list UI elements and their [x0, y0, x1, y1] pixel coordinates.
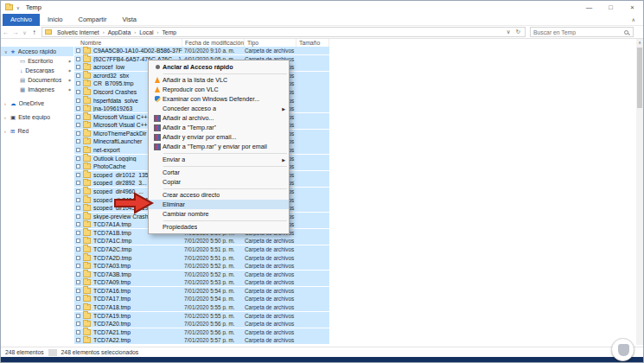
file-row[interactable]: TCD7A18.tmp7/01/2020 5:55 p. m.Carpeta d…	[74, 303, 329, 311]
file-row[interactable]: TCD7A09.tmp7/01/2020 5:53 p. m.Carpeta d…	[74, 278, 329, 286]
row-checkbox[interactable]	[76, 148, 80, 152]
row-checkbox[interactable]	[76, 272, 80, 277]
row-checkbox[interactable]	[76, 123, 80, 127]
context-menu-item-crear-acceso-directo[interactable]: Crear acceso directo	[149, 190, 289, 200]
row-checkbox[interactable]	[76, 247, 80, 252]
column-header-tamano[interactable]: Tamaño	[296, 39, 329, 47]
row-checkbox[interactable]	[76, 198, 80, 202]
context-menu-item-anadir-a-temp-rar-y-enviar-por-email[interactable]: Añadir a "Temp.rar" y enviar por email	[149, 142, 289, 151]
file-row[interactable]: TCD7A20.tmp7/01/2020 5:56 p. m.Carpeta d…	[74, 320, 329, 328]
row-checkbox[interactable]	[76, 338, 80, 342]
row-checkbox[interactable]	[76, 189, 80, 194]
sidebar-item-red[interactable]: ›⊞Red	[1, 126, 73, 136]
breadcrumb-item-solvetic-internet[interactable]: Solvetic Internet	[54, 29, 102, 35]
address-dropdown-icon[interactable]: ∨	[504, 29, 513, 35]
context-menu-item-anadir-a-la-lista-de-vlc[interactable]: Añadir a la lista de VLC	[149, 75, 289, 85]
breadcrumb-item-appdata[interactable]: AppData	[105, 29, 133, 35]
row-checkbox[interactable]	[76, 131, 80, 136]
sidebar-item-onedrive[interactable]: ›☁OneDrive	[1, 99, 73, 108]
row-checkbox[interactable]	[76, 264, 80, 268]
row-checkbox[interactable]	[76, 280, 80, 284]
breadcrumb-item-temp[interactable]: Temp	[159, 29, 179, 35]
row-checkbox[interactable]	[76, 305, 80, 309]
context-menu-item-examinar-con-windows-defender[interactable]: Examinar con Windows Defender...	[149, 94, 289, 104]
ribbon-tab-compartir[interactable]: Compartir	[71, 14, 115, 26]
file-menu-button[interactable]: Archivo	[3, 14, 40, 26]
row-checkbox[interactable]	[76, 65, 80, 69]
row-checkbox[interactable]	[76, 222, 80, 226]
search-input[interactable]	[533, 29, 620, 35]
row-checkbox[interactable]	[76, 330, 80, 334]
minimize-button[interactable]: —	[578, 1, 600, 14]
close-button[interactable]: ×	[622, 1, 643, 14]
ribbon-tab-vista[interactable]: Vista	[114, 14, 144, 26]
row-checkbox[interactable]	[76, 99, 80, 103]
file-row[interactable]: C9AA5C80-1A10-4D02-B586-37F6115F82...7/0…	[74, 47, 329, 54]
context-menu-item-anadir-a-temp-rar[interactable]: Añadir a "Temp.rar"	[149, 123, 289, 132]
file-row[interactable]: TCD7A16.tmp7/01/2020 5:54 p. m.Carpeta d…	[74, 287, 329, 295]
up-icon[interactable]: ↑	[29, 29, 39, 36]
search-box[interactable]	[530, 27, 634, 37]
context-menu-item-anadir-y-enviar-por-email[interactable]: Añadir y enviar por email...	[149, 132, 289, 142]
context-menu-item-reproducir-con-vlc[interactable]: Reproducir con VLC	[149, 85, 289, 94]
row-checkbox[interactable]	[76, 57, 80, 61]
row-checkbox[interactable]	[76, 239, 80, 243]
row-checkbox[interactable]	[76, 106, 80, 111]
row-checkbox[interactable]	[76, 48, 80, 53]
row-checkbox[interactable]	[76, 181, 80, 185]
row-checkbox[interactable]	[76, 289, 80, 293]
context-menu-item-anclar-al-acceso-rapido[interactable]: Anclar al Acceso rápido	[149, 62, 289, 72]
row-checkbox[interactable]	[76, 322, 80, 326]
file-row[interactable]: TCD7A2C.tmp7/01/2020 5:51 p. m.Carpeta d…	[74, 245, 329, 253]
back-icon[interactable]: ←	[1, 29, 10, 36]
row-checkbox[interactable]	[76, 214, 80, 219]
row-checkbox[interactable]	[76, 296, 80, 301]
address-box[interactable]: Solvetic Internet›AppData›Local›Temp ∨ ↻	[41, 27, 526, 37]
column-header-fecha-de-modificacion[interactable]: Fecha de modificación	[182, 39, 245, 47]
file-row[interactable]: TCD7A21.tmp7/01/2020 5:56 p. m.Carpeta d…	[74, 328, 329, 336]
vertical-scrollbar[interactable]: ∧	[636, 39, 643, 345]
row-checkbox[interactable]	[76, 73, 80, 78]
recent-locations-icon[interactable]: ∨	[20, 29, 29, 35]
file-row[interactable]: TCD7A03.tmp7/01/2020 5:52 p. m.Carpeta d…	[74, 262, 329, 270]
file-row[interactable]: TCD7A1C.tmp7/01/2020 5:50 p. m.Carpeta d…	[74, 237, 329, 245]
file-row[interactable]: TCD7A17.tmp7/01/2020 5:54 p. m.Carpeta d…	[74, 295, 329, 302]
row-checkbox[interactable]	[76, 115, 80, 119]
file-row[interactable]: TCD7A19.tmp7/01/2020 5:55 p. m.Carpeta d…	[74, 312, 329, 320]
row-checkbox[interactable]	[76, 164, 80, 169]
context-menu-item-conceder-acceso-a[interactable]: Conceder acceso a▶	[149, 104, 289, 113]
context-menu-item-enviar-a[interactable]: Enviar a▶	[149, 155, 289, 164]
row-checkbox[interactable]	[76, 231, 80, 235]
sidebar-item-escritorio[interactable]: ▭Escritorio◆	[1, 56, 73, 66]
row-checkbox[interactable]	[76, 256, 80, 260]
context-menu-item-cortar[interactable]: Cortar	[149, 168, 289, 177]
scrollbar-thumb[interactable]	[637, 48, 642, 108]
row-checkbox[interactable]	[76, 314, 80, 318]
file-row[interactable]: TCD7A22.tmp7/01/2020 5:57 p. m.Carpeta d…	[74, 336, 329, 344]
breadcrumb-item-local[interactable]: Local	[137, 29, 156, 35]
context-menu-item-cambiar-nombre[interactable]: Cambiar nombre	[149, 209, 289, 219]
sidebar-item-este-equipo[interactable]: ›▣Este equipo	[1, 112, 73, 122]
sidebar-item-acceso-rapido[interactable]: ∨★Acceso rápido	[1, 47, 73, 56]
sidebar-item-imagenes[interactable]: ▦Imágenes◆	[1, 85, 73, 94]
file-row[interactable]: TCD7A2D.tmp7/01/2020 5:51 p. m.Carpeta d…	[74, 253, 329, 261]
sidebar-item-documentos[interactable]: ▤Documentos◆	[1, 75, 73, 85]
row-checkbox[interactable]	[76, 206, 80, 210]
file-row[interactable]: TCD7A3B.tmp7/01/2020 5:52 p. m.Carpeta d…	[74, 271, 329, 278]
row-checkbox[interactable]	[76, 90, 80, 94]
context-menu-item-anadir-al-archivo[interactable]: Añadir al archivo...	[149, 113, 289, 123]
context-menu-item-eliminar[interactable]: Eliminar	[149, 200, 289, 209]
ribbon-tab-inicio[interactable]: Inicio	[40, 14, 71, 26]
scroll-up-icon[interactable]: ∧	[636, 39, 643, 46]
sidebar-item-descargas[interactable]: ↓Descargas◆	[1, 66, 73, 75]
column-header-nombre[interactable]: Nombre	[74, 39, 182, 47]
quick-access-toolbar-arrow-icon[interactable]: ∨	[16, 5, 20, 10]
row-checkbox[interactable]	[76, 156, 80, 161]
maximize-button[interactable]: □	[600, 1, 622, 14]
ribbon-collapse-icon[interactable]: ∧	[632, 16, 635, 22]
column-header-tipo[interactable]: Tipo	[245, 39, 296, 47]
context-menu-item-propiedades[interactable]: Propiedades	[149, 222, 289, 232]
row-checkbox[interactable]	[76, 139, 80, 143]
refresh-icon[interactable]: ↻	[513, 29, 523, 35]
row-checkbox[interactable]	[76, 173, 80, 177]
